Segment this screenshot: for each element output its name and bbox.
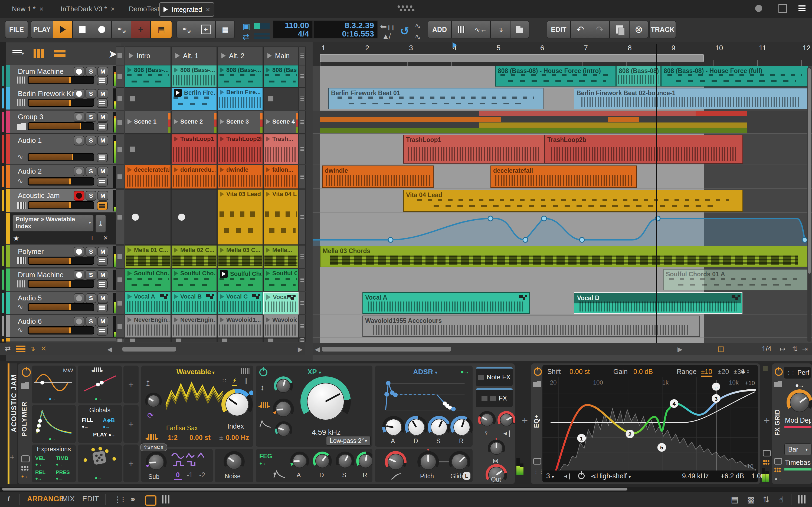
record-arm-button[interactable] <box>73 167 85 176</box>
mixer-panel-toggle-icon[interactable] <box>162 495 171 504</box>
clip-cell[interactable]: dwindle <box>217 165 263 189</box>
eq-gain-value[interactable]: 0.0 dB <box>633 368 653 376</box>
sub-octave-minus2[interactable]: -2 <box>199 471 205 479</box>
device-name[interactable]: EQ+ <box>533 415 540 428</box>
clip-cell[interactable]: 808 (Bass-... <box>263 65 299 87</box>
play-menu-button[interactable]: PLAY <box>31 20 53 39</box>
clip-cell[interactable] <box>125 338 171 342</box>
mute-button[interactable]: M <box>97 247 108 257</box>
redo-button[interactable]: ↷ <box>590 20 610 39</box>
scene-column-header[interactable]: Intro <box>125 47 171 65</box>
clip-cell[interactable]: fallon... <box>263 165 299 189</box>
record-arm-button[interactable] <box>73 293 85 303</box>
mute-button[interactable]: M <box>97 136 108 146</box>
clip-automation-write-button[interactable]: ⚭w <box>176 20 196 39</box>
send1-knob[interactable] <box>478 411 496 429</box>
clip-cell[interactable]: Vocal B <box>171 292 217 315</box>
track-row-drum-machine[interactable]: Drum MachineSM <box>6 269 121 291</box>
adsr-release-knob[interactable] <box>450 416 472 439</box>
clip-cell[interactable]: Vocal C <box>217 292 263 315</box>
clip-cell[interactable]: Wavoloid1... <box>263 315 299 338</box>
mod-source-icon[interactable]: ●→ <box>95 475 101 481</box>
mute-button[interactable]: M <box>97 317 108 326</box>
alt-takes-icon[interactable] <box>288 295 296 301</box>
device-power-icon[interactable] <box>534 368 542 377</box>
phase-random-icon[interactable]: ⟳ <box>147 411 153 420</box>
pitch-knob[interactable] <box>417 451 439 473</box>
arranger-clip[interactable]: Soulful Chords 01 A <box>663 269 809 290</box>
arranger-scrollbar[interactable] <box>322 346 674 352</box>
add-automation-button[interactable]: + <box>90 234 94 242</box>
clip-cell[interactable]: TrashLoop1 <box>171 134 217 164</box>
project-tab[interactable]: InTheDark V3 * × <box>57 2 118 16</box>
scene-column-header[interactable]: Alt. 2 <box>217 47 263 65</box>
stop-all-header[interactable] <box>116 47 124 65</box>
loop-region-bar[interactable] <box>320 54 704 62</box>
glide-knob[interactable] <box>449 451 470 473</box>
bend-knob[interactable] <box>385 451 407 473</box>
arranger-clip[interactable]: 808 (Bass-08) - House Force (intro) <box>495 66 616 87</box>
solo-button[interactable]: S <box>86 89 96 99</box>
clip-cell[interactable]: 808 (Bass-... <box>125 65 171 87</box>
sub-octave-minus1[interactable]: -1 <box>187 471 193 479</box>
clip-stop-icon[interactable] <box>130 147 135 152</box>
mute-button[interactable]: M <box>97 167 108 176</box>
clip-cell[interactable]: Berlin Fire... <box>217 87 263 110</box>
arranger-vscrollbar-thumb[interactable] <box>808 68 811 274</box>
solo-button[interactable]: S <box>86 191 96 201</box>
record-arm-button[interactable] <box>73 317 85 326</box>
timesig-value[interactable]: 4/4 <box>276 30 309 38</box>
group-mini-clip[interactable] <box>320 128 747 133</box>
window-menu-icon[interactable] <box>799 5 806 12</box>
clip-cell[interactable]: dorianredu... <box>171 165 217 189</box>
solo-button[interactable]: S <box>86 136 96 146</box>
scene-options-cell[interactable] <box>299 315 306 338</box>
fill-mode-button[interactable]: ▤ <box>151 20 172 39</box>
clip-cell[interactable] <box>125 134 171 164</box>
mod-source-icon[interactable]: ●→ <box>259 461 265 466</box>
clip-cell[interactable]: Soulful Cho... <box>217 269 263 291</box>
timebase-select[interactable]: Bar▾ <box>784 443 811 455</box>
solo-button[interactable]: S <box>86 67 96 76</box>
feg-attack-knob[interactable] <box>290 452 309 470</box>
arranger-clip[interactable]: Vocal D <box>574 292 743 314</box>
shape-knob[interactable] <box>145 393 162 409</box>
file-menu-button[interactable]: FILE <box>5 20 28 39</box>
feg-release-knob[interactable] <box>356 452 372 470</box>
clip-cell[interactable] <box>171 338 217 342</box>
scene-options-cell[interactable] <box>299 134 306 164</box>
arranger-clip[interactable]: Vocal A <box>362 292 530 314</box>
track-menu-button[interactable] <box>97 303 108 312</box>
alt-takes-icon[interactable] <box>206 294 214 300</box>
pan-knob[interactable] <box>488 440 505 457</box>
launcher-view-icon[interactable] <box>34 49 44 58</box>
clip-cell[interactable]: Mella 02 C... <box>171 245 217 268</box>
stop-all-clips-icon[interactable]: ↴ <box>29 344 35 353</box>
arranger-scroll-right-icon[interactable]: ▶ <box>677 346 682 353</box>
track-list-mode-icon[interactable] <box>16 346 26 353</box>
launcher-overlay-icon[interactable]: ◫ <box>717 344 724 353</box>
close-icon[interactable]: × <box>206 5 210 14</box>
device-name[interactable]: FX GRID <box>773 409 781 436</box>
launcher-scrollbar[interactable] <box>115 346 297 352</box>
solo-button[interactable]: S <box>86 112 96 122</box>
clip-cell[interactable]: Mella 03 C... <box>217 245 263 268</box>
clip-cell[interactable]: Vocal A <box>125 292 171 315</box>
eq-band-type-select[interactable]: ⋖High-shelf ▾ <box>591 472 631 480</box>
clip-stop-icon[interactable] <box>268 96 273 101</box>
mod-source-icon[interactable]: ●→ <box>795 382 804 389</box>
delete-button[interactable]: ⊗ <box>629 20 649 39</box>
track-menu-button[interactable] <box>97 122 108 131</box>
filter-mode-select[interactable]: Low-pass 2P ▾ <box>326 436 371 446</box>
record-arm-button[interactable] <box>73 67 85 76</box>
mute-button[interactable]: M <box>97 67 108 76</box>
track-row-audio-1[interactable]: Audio 1SM∿ <box>6 134 121 164</box>
clip-stop-cell[interactable] <box>116 111 124 133</box>
mod-slot-mw[interactable]: MW ●→ <box>32 365 76 403</box>
track-row-acoustic-jam[interactable]: Acoustic JamSM <box>6 189 121 213</box>
note-fx-slot[interactable]: Note FX <box>476 367 513 386</box>
scene-cell[interactable]: Scene 3 <box>217 111 263 133</box>
volume-slider[interactable] <box>28 303 94 311</box>
solo-button[interactable]: S <box>86 247 96 257</box>
remote-controls-icon[interactable] <box>21 455 30 462</box>
